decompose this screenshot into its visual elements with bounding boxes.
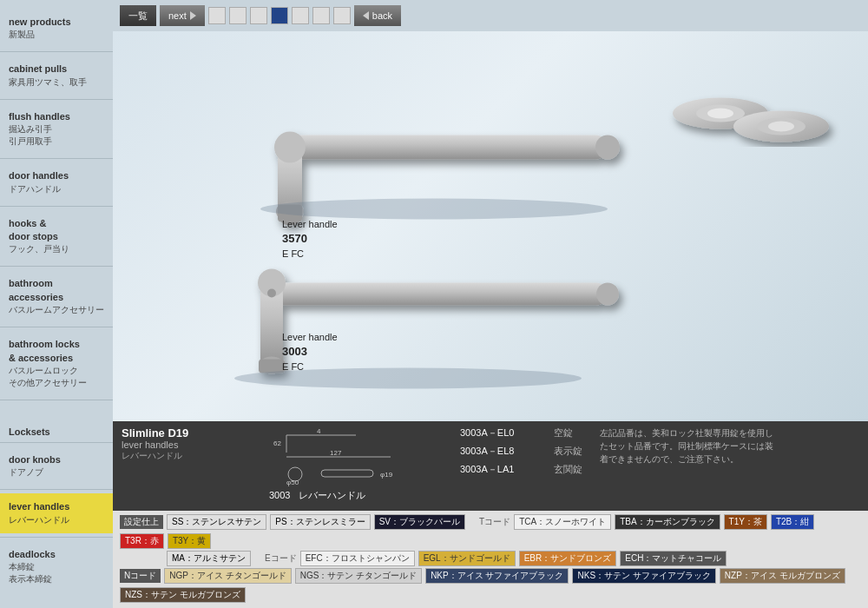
- sidebar-label-en: lever handles: [9, 500, 104, 513]
- finish-ngs: NGS：サテン チタンゴールド: [295, 568, 422, 584]
- product-label-3003: Lever handle 3003 E FC: [282, 331, 338, 373]
- sidebar-item-bathroom-locks[interactable]: bathroom locks& accessories バスルームロックその他ア…: [0, 331, 113, 396]
- color-codes-panel: 設定仕上 SS：ステンレスサテン PS：ステンレスミラー SV：ブラックパール …: [113, 511, 868, 608]
- top-nav: 一覧 next back: [113, 0, 868, 31]
- finish-ma: MA：アルミサテン: [167, 551, 251, 566]
- finish-t3r: T3R：赤: [120, 533, 164, 549]
- shitsusei-label: 設定仕上: [120, 515, 163, 529]
- svg-rect-12: [260, 283, 608, 306]
- svg-rect-17: [259, 360, 285, 373]
- sidebar-label-jp: バスルームロックその他アクセサリー: [9, 365, 104, 389]
- sidebar-divider: [0, 158, 113, 159]
- e-code-label: Eコード: [265, 552, 297, 565]
- next-button[interactable]: next: [160, 5, 205, 26]
- finish-tba: TBA：カーボンブラック: [615, 514, 720, 530]
- sidebar-item-hooks-door-stops[interactable]: hooks &door stops フック、戸当り: [0, 210, 113, 263]
- nav-square-5[interactable]: [292, 7, 309, 24]
- model-code-la1: 3003A－LA1: [460, 463, 547, 476]
- locksets-header: Locksets: [0, 418, 113, 439]
- finish-tca: TCA：スノーホワイト: [514, 514, 611, 530]
- product-model-3570: 3570: [282, 231, 338, 247]
- sidebar-label-en: new products: [9, 16, 104, 29]
- nav-square-1[interactable]: [208, 7, 226, 24]
- finish-egl: EGL：サンドゴールド: [418, 551, 516, 566]
- product-name-section: Slimline D19 lever handles レバーハンドル: [122, 426, 252, 462]
- sidebar-label-en: door handles: [9, 169, 104, 182]
- nav-square-3[interactable]: [250, 7, 267, 24]
- sidebar-item-flush-handles[interactable]: flush handles 掘込み引手引戸用取手: [0, 103, 113, 155]
- nav-square-4[interactable]: [271, 7, 288, 24]
- product-illustration: [113, 31, 868, 421]
- svg-text:127: 127: [330, 449, 342, 457]
- svg-point-3: [274, 132, 306, 163]
- finish-efc: EFC：フロストシャンパン: [300, 551, 415, 566]
- sidebar-item-door-knobs[interactable]: door knobs ドアノブ: [0, 446, 113, 486]
- product-finish-3570: E FC: [282, 248, 338, 261]
- sidebar-label-en: cabinet pulls: [9, 63, 104, 76]
- sidebar-divider: [0, 327, 113, 327]
- model-row-el8: 3003A－EL8 表示錠: [460, 445, 582, 458]
- sidebar-label-jp: 家具用ツマミ、取手: [9, 76, 104, 89]
- sidebar-label-jp: フック、戸当り: [9, 243, 104, 255]
- next-arrow-icon: [190, 11, 196, 20]
- svg-point-13: [596, 283, 619, 306]
- bottom-panel: Slimline D19 lever handles レバーハンドル 4 62: [113, 421, 868, 511]
- n-code-label: Nコード: [120, 569, 161, 583]
- main-content: 一覧 next back: [113, 0, 868, 608]
- finish-nks: NKS：サテン サファイアブラック: [572, 568, 715, 584]
- sidebar-divider: [0, 266, 113, 267]
- product-subtitle: lever handles: [122, 439, 252, 450]
- back-arrow-icon: [363, 11, 369, 20]
- nav-square-6[interactable]: [312, 7, 330, 24]
- note-section: 左記品番は、美和ロック社製専用錠を使用したセット品番です。同社制標準ケースには装…: [600, 426, 773, 466]
- t-code-label: Tコード: [479, 516, 510, 528]
- model-row-la1: 3003A－LA1 玄関錠: [460, 463, 582, 476]
- sidebar-label-jp: レバーハンドル: [9, 514, 104, 526]
- finish-sv: SV：ブラックパール: [374, 514, 465, 530]
- sidebar-item-cabinet-pulls[interactable]: cabinet pulls 家具用ツマミ、取手: [0, 56, 113, 95]
- svg-point-11: [768, 122, 794, 132]
- svg-rect-30: [321, 470, 373, 477]
- sidebar: new products 新製品 cabinet pulls 家具用ツマミ、取手…: [0, 0, 113, 608]
- finish-ech: ECH：マットチャコール: [620, 551, 727, 566]
- sidebar-label-jp: バスルームアクセサリー: [9, 304, 104, 316]
- sidebar-label-jp: 掘込み引手引戸用取手: [9, 123, 104, 148]
- sidebar-item-door-handles[interactable]: door handles ドアハンドル: [0, 162, 113, 202]
- model-code-el8: 3003A－EL8: [460, 445, 547, 458]
- sidebar-divider: [0, 206, 113, 207]
- svg-point-8: [707, 109, 733, 119]
- sidebar-item-deadlocks[interactable]: deadlocks 本締錠表示本締錠: [0, 541, 113, 592]
- sidebar-label-en: bathroom accessories: [9, 277, 104, 304]
- model-jp-label: レバーハンドル: [299, 490, 365, 500]
- nav-square-7[interactable]: [333, 7, 351, 24]
- svg-text:φ19: φ19: [380, 471, 393, 479]
- ichiran-button[interactable]: 一覧: [120, 5, 156, 26]
- sidebar-divider: [0, 51, 113, 52]
- sidebar-divider: [0, 99, 113, 100]
- finish-nkp: NKP：アイス サファイアブラック: [425, 568, 569, 584]
- sidebar-label-jp: 新製品: [9, 29, 104, 41]
- model-number-label: 3003: [269, 490, 290, 500]
- model-code-el0: 3003A－EL0: [460, 426, 547, 439]
- sidebar-item-lever-handles[interactable]: lever handles レバーハンドル: [0, 493, 113, 532]
- product-name-3570: Lever handle: [282, 218, 338, 231]
- sidebar-divider: [0, 489, 113, 490]
- color-row-2: 設定仕上 MA：アルミサテン Eコード EFC：フロストシャンパン EGL：サン…: [120, 551, 861, 566]
- back-button[interactable]: back: [354, 5, 401, 26]
- model-desc-el8: 表示錠: [554, 445, 582, 458]
- model-list: 3003A－EL0 空錠 3003A－EL8 表示錠 3003A－LA1 玄関錠: [460, 426, 582, 476]
- svg-point-20: [260, 199, 608, 220]
- finish-ss: SS：ステンレスサテン: [167, 514, 266, 530]
- model-desc-el0: 空錠: [554, 426, 573, 439]
- sidebar-label-en: door knobs: [9, 453, 104, 466]
- finish-ngp: NGP：アイス チタンゴールド: [164, 568, 291, 584]
- nav-square-2[interactable]: [229, 7, 247, 24]
- sidebar-label-jp: ドアハンドル: [9, 183, 104, 195]
- color-row-3: Nコード NGP：アイス チタンゴールド NGS：サテン チタンゴールド NKP…: [120, 568, 861, 603]
- product-model-3003: 3003: [282, 344, 338, 360]
- sidebar-label-en: deadlocks: [9, 548, 104, 561]
- sidebar-divider: [0, 400, 113, 400]
- sidebar-item-new-products[interactable]: new products 新製品: [0, 9, 113, 48]
- color-row-1: 設定仕上 SS：ステンレスサテン PS：ステンレスミラー SV：ブラックパール …: [120, 514, 861, 549]
- sidebar-item-bathroom-accessories[interactable]: bathroom accessories バスルームアクセサリー: [0, 270, 113, 323]
